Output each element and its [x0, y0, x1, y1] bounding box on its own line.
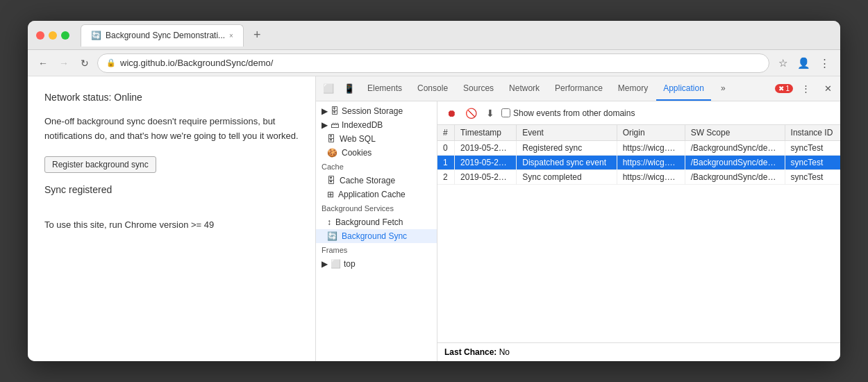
minimize-traffic-light[interactable] — [49, 31, 57, 40]
cache-storage-icon: 🗄 — [327, 176, 335, 185]
web-sql-label: Web SQL — [340, 134, 376, 144]
new-tab-btn[interactable]: + — [249, 28, 265, 42]
tab-performance[interactable]: Performance — [548, 77, 610, 101]
last-chance-bar: Last Chance: No — [437, 342, 840, 361]
app-cache-label: Application Cache — [338, 190, 406, 199]
close-traffic-light[interactable] — [36, 31, 44, 40]
download-btn[interactable]: ⬇ — [482, 105, 499, 122]
bookmark-btn[interactable]: ☆ — [774, 54, 792, 72]
browser-window: 🔄 Background Sync Demonstrati... × + ← →… — [28, 21, 840, 361]
error-count: 1 — [785, 85, 790, 92]
col-header-instance: Instance ID — [785, 125, 840, 141]
bg-sync-item[interactable]: 🔄 Background Sync — [316, 229, 437, 243]
traffic-lights — [36, 31, 69, 40]
address-bar[interactable]: 🔒 wicg.github.io/BackgroundSync/demo/ — [97, 53, 769, 73]
tab-console[interactable]: Console — [410, 77, 455, 101]
cell-event: Registered sync — [517, 141, 617, 156]
table-row[interactable]: 22019-05-2…Sync completedhttps://wicg…./… — [437, 170, 840, 185]
devtools-sidebar: ▶ 🗄 Session Storage ▶ 🗃 IndexedDB 🗄 Web … — [316, 101, 437, 361]
profile-btn[interactable]: 👤 — [794, 54, 812, 72]
devtools-close-area: ✖ 1 ⋮ ✕ — [775, 79, 837, 99]
cell-instance: syncTest — [785, 170, 840, 185]
cell-origin: https://wicg…. — [617, 156, 685, 170]
devtools-close-btn[interactable]: ✕ — [818, 79, 837, 99]
col-header-num: # — [437, 125, 455, 141]
clear-btn[interactable]: 🚫 — [462, 105, 479, 122]
reload-btn[interactable]: ↻ — [76, 55, 93, 72]
top-frame-label: top — [344, 259, 356, 269]
top-frame-item[interactable]: ▶ ⬜ top — [316, 257, 437, 271]
tab-close-btn[interactable]: × — [229, 32, 233, 40]
chevron-right-icon: ▶ — [322, 106, 328, 116]
webpage-content: Network status: Online One-off backgroun… — [28, 76, 316, 361]
cell-instance: syncTest — [785, 156, 840, 170]
more-tabs-btn[interactable]: » — [714, 77, 733, 101]
cookies-icon: 🍪 — [327, 148, 337, 158]
app-cache-icon: ⊞ — [327, 190, 334, 199]
events-table-container: # Timestamp Event Origin SW Scope Instan… — [437, 125, 840, 342]
cell-scope: /BackgroundSync/de… — [685, 156, 785, 170]
record-btn[interactable]: ⏺ — [443, 105, 460, 122]
col-header-origin: Origin — [617, 125, 685, 141]
cell-num: 2 — [437, 170, 455, 185]
show-other-domains-checkbox[interactable]: Show events from other domains — [501, 108, 635, 118]
maximize-traffic-light[interactable] — [61, 31, 69, 40]
cell-num: 1 — [437, 156, 455, 170]
cell-scope: /BackgroundSync/de… — [685, 141, 785, 156]
devtools-body: ▶ 🗄 Session Storage ▶ 🗃 IndexedDB 🗄 Web … — [316, 101, 840, 361]
tab-network[interactable]: Network — [502, 77, 546, 101]
menu-btn[interactable]: ⋮ — [815, 54, 833, 72]
chevron-right-icon-2: ▶ — [322, 120, 328, 130]
events-table: # Timestamp Event Origin SW Scope Instan… — [437, 125, 840, 185]
cookies-item[interactable]: 🍪 Cookies — [316, 146, 437, 160]
tab-elements[interactable]: Elements — [360, 77, 409, 101]
tab-favicon: 🔄 — [91, 31, 101, 40]
bg-fetch-item[interactable]: ↕ Background Fetch — [316, 215, 437, 229]
devtools-tab-bar: ⬜ 📱 Elements Console Sources Network Per… — [316, 76, 840, 101]
back-btn[interactable]: ← — [35, 55, 51, 72]
bg-sync-label: Background Sync — [342, 231, 407, 241]
last-chance-label: Last Chance: — [444, 347, 496, 357]
cell-timestamp: 2019-05-2… — [455, 170, 517, 185]
devtools-settings-btn[interactable]: ⋮ — [796, 79, 815, 99]
table-header-row: # Timestamp Event Origin SW Scope Instan… — [437, 125, 840, 141]
bg-sync-icon: 🔄 — [327, 231, 337, 241]
indexed-db-item[interactable]: ▶ 🗃 IndexedDB — [316, 118, 437, 132]
navigation-bar: ← → ↻ 🔒 wicg.github.io/BackgroundSync/de… — [28, 50, 840, 76]
col-header-event: Event — [517, 125, 617, 141]
indexed-db-icon: 🗃 — [331, 120, 339, 130]
main-content: Network status: Online One-off backgroun… — [28, 76, 840, 361]
web-sql-item[interactable]: 🗄 Web SQL — [316, 132, 437, 146]
cell-scope: /BackgroundSync/de… — [685, 170, 785, 185]
cache-storage-item[interactable]: 🗄 Cache Storage — [316, 174, 437, 188]
cell-timestamp: 2019-05-2… — [455, 156, 517, 170]
col-header-timestamp: Timestamp — [455, 125, 517, 141]
tab-application[interactable]: Application — [656, 77, 711, 101]
chevron-right-icon-3: ▶ — [322, 259, 328, 269]
panel-toolbar: ⏺ 🚫 ⬇ Show events from other domains — [437, 101, 840, 125]
devtools-inspect-btn[interactable]: ⬜ — [319, 79, 338, 99]
cookies-label: Cookies — [342, 148, 372, 158]
cell-instance: syncTest — [785, 141, 840, 156]
devtools-device-btn[interactable]: 📱 — [340, 79, 359, 99]
table-row[interactable]: 12019-05-2…Dispatched sync eventhttps://… — [437, 156, 840, 170]
secure-icon: 🔒 — [106, 58, 116, 67]
session-storage-item[interactable]: ▶ 🗄 Session Storage — [316, 104, 437, 118]
table-row[interactable]: 02019-05-2…Registered synchttps://wicg….… — [437, 141, 840, 156]
register-background-sync-button[interactable]: Register background sync — [44, 156, 156, 173]
web-sql-icon: 🗄 — [327, 134, 335, 144]
app-cache-item[interactable]: ⊞ Application Cache — [316, 188, 437, 201]
version-note: To use this site, run Chrome version >= … — [44, 218, 299, 232]
cell-num: 0 — [437, 141, 455, 156]
tab-sources[interactable]: Sources — [456, 77, 501, 101]
address-text: wicg.github.io/BackgroundSync/demo/ — [120, 58, 760, 68]
forward-btn[interactable]: → — [56, 55, 72, 72]
other-domains-input[interactable] — [501, 108, 510, 117]
error-icon: ✖ — [778, 85, 784, 92]
tab-memory[interactable]: Memory — [611, 77, 655, 101]
frames-label: Frames — [316, 243, 437, 257]
cell-origin: https://wicg…. — [617, 141, 685, 156]
cache-storage-label: Cache Storage — [340, 176, 395, 185]
sync-status: Sync registered — [44, 183, 299, 197]
active-tab[interactable]: 🔄 Background Sync Demonstrati... × — [81, 24, 244, 47]
